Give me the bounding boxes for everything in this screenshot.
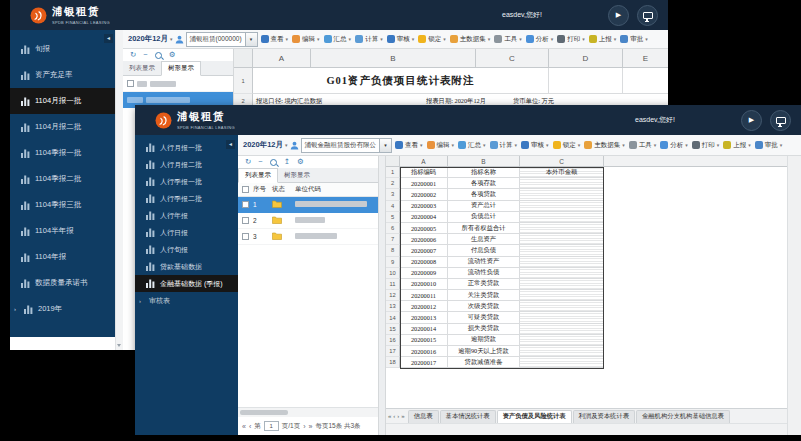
sidebar-item-1104月报一批[interactable]: 1104月报一批 (10, 88, 115, 114)
next-page-icon[interactable]: › (303, 423, 305, 430)
sidebar-item-人行季报一批[interactable]: 人行季报一批 (135, 173, 238, 190)
panel-tab-列表显示[interactable]: 列表显示 (123, 62, 161, 75)
sheet-cell[interactable]: 逾期贷款 (448, 335, 520, 346)
sidebar-item-金融基础数据 (季报)[interactable]: 金融基础数据 (季报) (135, 275, 238, 292)
sheet-cell[interactable] (520, 290, 604, 301)
sidebar-item-审核表[interactable]: ›审核表 (135, 292, 238, 309)
export-icon[interactable]: ↥ (284, 158, 290, 166)
column-header-B[interactable]: B (448, 156, 520, 166)
column-header-code[interactable]: 单位代码 (295, 185, 378, 194)
sheet-tab-信息表[interactable]: 信息表 (408, 410, 439, 423)
toolbar-button-upload[interactable]: 上报▾ (588, 34, 618, 45)
toolbar-button-audit[interactable]: 审核▾ (520, 140, 550, 151)
column-header-C[interactable]: C (520, 156, 604, 166)
list-item[interactable]: 1 (238, 197, 378, 213)
toolbar-button-view[interactable]: 查看▾ (394, 140, 424, 151)
panel-splitter[interactable] (379, 156, 386, 435)
sheet-cell[interactable]: 指标编码 (400, 167, 448, 178)
sidebar-item-1104季报一批[interactable]: 1104季报一批 (10, 140, 115, 166)
monitor-icon[interactable] (770, 110, 791, 131)
sheet-cell[interactable]: 20200003 (400, 201, 448, 212)
sheet-cell[interactable]: 生息资产 (448, 234, 520, 245)
sidebar-item-1104年报[interactable]: 1104年报 (10, 244, 115, 270)
sheet-tab-利润及资本统计表[interactable]: 利润及资本统计表 (573, 410, 635, 423)
sheet-cell[interactable] (520, 301, 604, 312)
sheet-cell[interactable] (520, 223, 604, 234)
panel-tab-树形显示[interactable]: 树形显示 (278, 169, 316, 182)
sheet-tab-金融机构分支机构基础信息表[interactable]: 金融机构分支机构基础信息表 (636, 410, 730, 423)
panel-tab-列表显示[interactable]: 列表显示 (238, 168, 278, 183)
sheet-cell[interactable] (520, 257, 604, 268)
monitor-icon[interactable] (637, 5, 658, 26)
last-page-icon[interactable]: » (309, 423, 313, 430)
prev-sheet-icon[interactable]: ‹ (393, 413, 395, 419)
sidebar-item-1104半年报[interactable]: 1104半年报 (10, 218, 115, 244)
sheet-cell[interactable] (520, 201, 604, 212)
sheet-cell[interactable] (520, 268, 604, 279)
sheet-cell[interactable]: 20200016 (400, 346, 448, 357)
first-page-icon[interactable]: « (242, 423, 246, 430)
sheet-cell[interactable]: 20200005 (400, 223, 448, 234)
sheet-cell[interactable]: 贷款减值准备 (448, 357, 520, 368)
toolbar-button-analyze[interactable]: 分析▾ (659, 140, 689, 151)
sheet-cell[interactable]: 本外币金额 (520, 167, 604, 178)
collapse-icon[interactable]: − (143, 51, 147, 59)
sheet-cell[interactable]: 各项存款 (448, 178, 520, 189)
sheet-cell[interactable]: 负债总计 (448, 212, 520, 223)
sidebar-item-人行月报一批[interactable]: 人行月报一批 (135, 139, 238, 156)
play-icon[interactable]: ▶ (741, 110, 762, 131)
sheet-cell[interactable] (520, 335, 604, 346)
last-sheet-icon[interactable]: » (401, 413, 404, 419)
sheet-cell[interactable]: 付息负债 (448, 245, 520, 256)
sheet-cell[interactable]: 20200011 (400, 290, 448, 301)
toolbar-button-master-data[interactable]: 主数据集▾ (449, 34, 492, 45)
row-checkbox[interactable] (242, 201, 249, 208)
column-header-seq[interactable]: 序号 (253, 185, 272, 194)
sidebar-item-人行旬报[interactable]: 人行旬报 (135, 241, 238, 258)
play-icon[interactable]: ▶ (608, 5, 629, 26)
period-selector[interactable]: 2020年12月 ▾ (243, 140, 288, 150)
sheet-cell[interactable] (623, 68, 668, 94)
sheet-cell[interactable]: 所有者权益合计 (448, 223, 520, 234)
sheet-cell[interactable]: 次级类贷款 (448, 301, 520, 312)
sheet-corner[interactable] (386, 156, 400, 166)
sidebar-item-1104月报二批[interactable]: 1104月报二批 (10, 114, 115, 140)
sidebar-item-数据质量承诺书[interactable]: 数据质量承诺书 (10, 270, 115, 296)
sheet-cell[interactable] (520, 279, 604, 290)
toolbar-button-summary[interactable]: 汇总▾ (323, 34, 353, 45)
list-item[interactable]: 3 (238, 229, 378, 245)
toolbar-button-audit[interactable]: 审核▾ (386, 34, 416, 45)
settings-icon[interactable]: ⚙ (169, 51, 176, 59)
sidebar-item-人行年报[interactable]: 人行年报 (135, 207, 238, 224)
column-header-E[interactable]: E (623, 49, 668, 67)
list-item[interactable]: 2 (238, 213, 378, 229)
sheet-cell[interactable] (520, 312, 604, 323)
sheet-cell[interactable]: 20200006 (400, 234, 448, 245)
sheet-cell[interactable]: 指标名称 (448, 167, 520, 178)
sheet-cell[interactable] (549, 68, 623, 94)
toolbar-button-print[interactable]: 打印▾ (691, 140, 721, 151)
sheet-cell[interactable] (520, 212, 604, 223)
panel-tab-树形显示[interactable]: 树形显示 (161, 61, 201, 76)
column-header-status[interactable]: 状态 (272, 185, 295, 194)
org-selector[interactable]: 浦银租赁(000000) ▾ (186, 32, 258, 47)
sheet-cell[interactable]: 20200010 (400, 279, 448, 290)
sheet-cell[interactable]: 20200012 (400, 301, 448, 312)
sheet-cell[interactable]: 可疑类贷款 (448, 312, 520, 323)
period-selector[interactable]: 2020年12月 ▾ (128, 34, 173, 44)
row-checkbox[interactable] (242, 233, 249, 240)
column-header-B[interactable]: B (311, 49, 476, 67)
sheet-cell[interactable]: 20200007 (400, 245, 448, 256)
sheet-cell[interactable] (520, 346, 604, 357)
sheet-cell[interactable]: 20200001 (400, 178, 448, 189)
sidebar-scrollbar[interactable] (115, 30, 123, 350)
toolbar-button-edit[interactable]: 编辑▾ (291, 34, 321, 45)
list-item[interactable] (123, 76, 233, 92)
column-header-A[interactable]: A (253, 49, 311, 67)
sidebar-item-旬报[interactable]: 旬报 (10, 36, 115, 62)
toolbar-button-approve[interactable]: 审批▾ (619, 34, 649, 45)
sheet-cell[interactable]: 流动性负债 (448, 268, 520, 279)
sheet-cell[interactable]: 20200004 (400, 212, 448, 223)
sheet-cell[interactable]: 各项贷款 (448, 189, 520, 200)
toolbar-button-tools[interactable]: 工具▾ (493, 34, 523, 45)
